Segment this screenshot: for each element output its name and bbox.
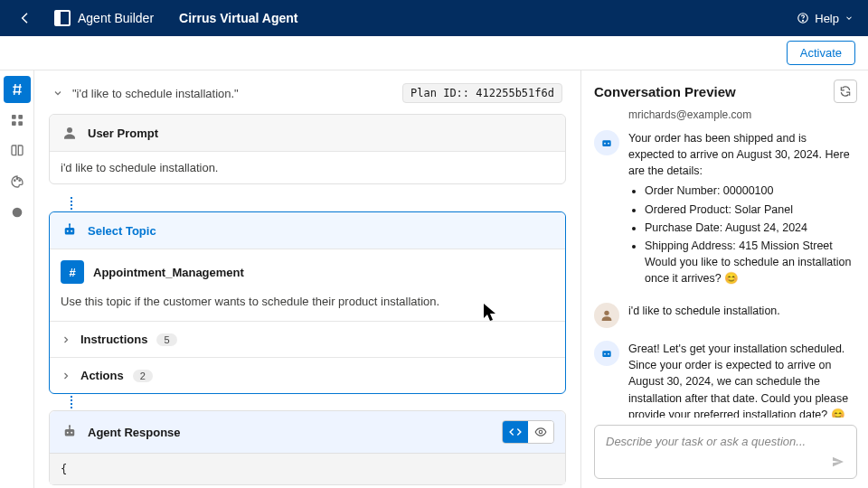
refresh-button[interactable] xyxy=(834,80,857,103)
side-rail xyxy=(0,70,34,488)
instructions-count: 5 xyxy=(156,333,176,346)
bot-avatar xyxy=(594,130,619,155)
refresh-icon xyxy=(839,85,852,98)
rail-palette[interactable] xyxy=(4,168,31,195)
instructions-expander[interactable]: Instructions 5 xyxy=(50,322,565,358)
robot-icon xyxy=(61,221,79,239)
subbar: Activate xyxy=(0,36,868,70)
list-item: Purchase Date: August 24, 2024 xyxy=(645,220,854,236)
bot-avatar xyxy=(594,341,619,366)
svg-point-9 xyxy=(12,208,22,218)
user-msg-text: i'd like to schedule installation. xyxy=(628,303,780,328)
help-label: Help xyxy=(815,12,839,25)
chevron-right-icon xyxy=(61,334,71,345)
page-title: Cirrus Virtual Agent xyxy=(179,11,297,25)
response-view-toggle xyxy=(502,420,554,444)
globe-icon xyxy=(10,205,24,220)
svg-point-10 xyxy=(67,127,72,133)
bot-msg-text: Great! Let's get your installation sched… xyxy=(628,341,854,418)
user-prompt-card: User Prompt i'd like to schedule install… xyxy=(49,114,566,184)
agent-response-title: Agent Response xyxy=(88,426,181,439)
agent-response-card: Agent Response { xyxy=(49,410,566,485)
svg-point-6 xyxy=(14,180,14,181)
user-prompt-title: User Prompt xyxy=(88,127,158,140)
app-icon xyxy=(54,10,71,26)
message-input[interactable] xyxy=(606,435,831,462)
select-topic-title: Select Topic xyxy=(88,224,156,238)
rail-book[interactable] xyxy=(4,137,31,164)
plan-id-badge: Plan ID:: 412255b51f6d xyxy=(402,83,562,103)
svg-point-18 xyxy=(69,425,71,427)
topic-name: Appointment_Management xyxy=(93,266,244,279)
chevron-down-icon xyxy=(844,14,854,23)
help-menu[interactable]: Help xyxy=(797,12,854,25)
conversation-scroll[interactable]: mrichards@example.com Your order has bee… xyxy=(594,108,857,418)
svg-rect-4 xyxy=(12,121,16,126)
topic-row[interactable]: # Appointment_Management xyxy=(50,249,565,295)
conversation-preview-panel: Conversation Preview mrichards@example.c… xyxy=(580,70,868,488)
list-item: Order Number: 00000100 xyxy=(645,183,854,199)
back-button[interactable] xyxy=(14,7,36,29)
actions-label: Actions xyxy=(80,369,124,382)
palette-icon xyxy=(10,174,24,189)
svg-point-26 xyxy=(608,353,609,355)
topic-description: Use this topic if the customer wants to … xyxy=(50,295,565,322)
svg-point-25 xyxy=(604,353,606,355)
svg-point-8 xyxy=(19,180,20,181)
response-code: { xyxy=(50,453,565,484)
actions-expander[interactable]: Actions 2 xyxy=(50,358,565,393)
svg-point-22 xyxy=(608,143,609,145)
user-icon xyxy=(61,124,79,142)
help-icon xyxy=(797,12,809,24)
svg-point-14 xyxy=(69,223,71,225)
user-email: mrichards@example.com xyxy=(628,108,854,121)
code-view-button[interactable] xyxy=(503,421,528,443)
rail-grid[interactable] xyxy=(4,107,31,134)
grid-icon xyxy=(10,113,24,127)
robot-icon xyxy=(61,423,79,441)
bot-msg-text: Your order has been shipped and is expec… xyxy=(628,132,850,177)
user-avatar xyxy=(594,303,619,328)
app-label: Agent Builder xyxy=(78,11,154,25)
select-topic-card: Select Topic # Appointment_Management Us… xyxy=(49,211,566,394)
chevron-right-icon xyxy=(61,371,71,381)
code-icon xyxy=(509,426,522,438)
topbar: Agent Builder Cirrus Virtual Agent Help xyxy=(0,0,868,36)
svg-point-7 xyxy=(16,178,17,179)
preview-view-button[interactable] xyxy=(528,421,553,443)
svg-rect-2 xyxy=(12,115,16,119)
send-icon xyxy=(831,455,845,469)
svg-point-17 xyxy=(71,432,72,434)
user-prompt-text: i'd like to schedule installation. xyxy=(50,152,565,183)
bot-message: Your order has been shipped and is expec… xyxy=(594,130,854,290)
breadcrumb[interactable]: "i'd like to schedule installation." xyxy=(52,87,239,100)
activate-button[interactable]: Activate xyxy=(787,41,855,65)
svg-rect-24 xyxy=(602,351,610,357)
svg-point-16 xyxy=(67,432,69,434)
center-panel: "i'd like to schedule installation." Pla… xyxy=(34,70,580,488)
svg-rect-3 xyxy=(18,115,23,119)
svg-point-23 xyxy=(604,311,609,315)
robot-icon xyxy=(599,136,614,150)
user-icon xyxy=(599,308,614,323)
svg-point-13 xyxy=(71,230,72,232)
svg-point-1 xyxy=(803,20,804,21)
rail-globe[interactable] xyxy=(4,199,31,226)
robot-icon xyxy=(599,346,614,361)
arrow-left-icon xyxy=(18,11,33,25)
hash-icon xyxy=(10,82,24,97)
svg-point-19 xyxy=(539,430,542,434)
bot-message: Great! Let's get your installation sched… xyxy=(594,341,854,418)
chevron-down-icon xyxy=(52,88,63,99)
rail-hash[interactable] xyxy=(4,76,31,103)
app-brand: Agent Builder xyxy=(54,10,154,26)
hash-badge-icon: # xyxy=(61,260,84,284)
svg-rect-11 xyxy=(65,228,75,235)
svg-rect-20 xyxy=(602,140,610,146)
instructions-label: Instructions xyxy=(80,333,147,346)
user-message: i'd like to schedule installation. xyxy=(594,303,854,328)
message-input-area[interactable] xyxy=(594,425,857,479)
book-icon xyxy=(10,144,24,158)
conversation-preview-title: Conversation Preview xyxy=(594,84,736,99)
send-button[interactable] xyxy=(831,455,845,469)
